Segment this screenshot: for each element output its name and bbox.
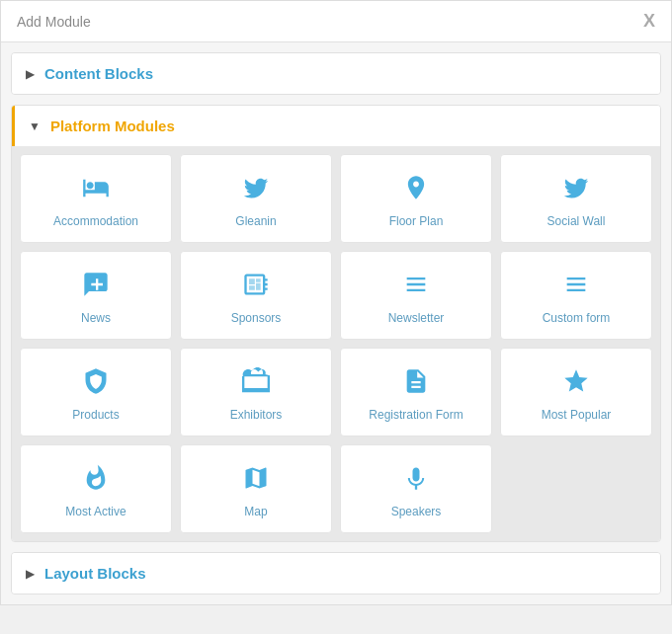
news-icon: [81, 271, 111, 303]
module-label-registration-form: Registration Form: [369, 408, 462, 422]
content-blocks-header[interactable]: ▶ Content Blocks: [12, 53, 660, 94]
exhibitors-icon: [241, 367, 271, 400]
module-label-custom-form: Custom form: [543, 311, 611, 325]
module-label-exhibitors: Exhibitors: [230, 408, 283, 422]
sponsors-icon: [241, 271, 271, 303]
newsletter-icon: [401, 271, 431, 303]
module-tile-registration-form[interactable]: Registration Form: [340, 348, 492, 436]
module-tile-gleanin[interactable]: Gleanin: [180, 154, 332, 243]
content-blocks-section: ▶ Content Blocks: [11, 52, 661, 95]
module-tile-speakers[interactable]: Speakers: [340, 444, 492, 533]
module-label-most-popular: Most Popular: [542, 408, 612, 422]
layout-blocks-arrow: ▶: [26, 567, 35, 581]
gleanin-icon: [241, 174, 271, 206]
module-label-map: Map: [244, 505, 267, 518]
platform-modules-section: ▼ Platform Modules AccommodationGleaninF…: [11, 105, 661, 542]
module-tile-floor-plan[interactable]: Floor Plan: [340, 154, 492, 243]
content-blocks-label: Content Blocks: [44, 65, 153, 82]
module-tile-exhibitors[interactable]: Exhibitors: [180, 348, 332, 436]
speakers-icon: [401, 464, 431, 497]
module-label-sponsors: Sponsors: [231, 311, 282, 325]
module-label-news: News: [81, 311, 111, 325]
module-label-speakers: Speakers: [391, 505, 442, 518]
module-label-newsletter: Newsletter: [388, 311, 445, 325]
floor-plan-icon: [401, 174, 431, 206]
module-tile-most-popular[interactable]: Most Popular: [500, 348, 652, 436]
module-label-floor-plan: Floor Plan: [389, 214, 444, 228]
custom-form-icon: [561, 271, 591, 303]
module-tile-map[interactable]: Map: [180, 444, 332, 533]
platform-modules-label: Platform Modules: [50, 118, 175, 134]
social-wall-icon: [561, 174, 591, 206]
most-popular-icon: [561, 367, 591, 400]
dialog-header: Add Module X: [1, 1, 671, 42]
most-active-icon: [81, 464, 111, 497]
module-tile-newsletter[interactable]: Newsletter: [340, 251, 492, 340]
module-tile-sponsors[interactable]: Sponsors: [180, 251, 332, 340]
layout-blocks-section: ▶ Layout Blocks: [11, 552, 661, 594]
registration-form-icon: [401, 367, 431, 400]
add-module-dialog: Add Module X ▶ Content Blocks ▼ Platform…: [0, 0, 672, 605]
module-label-most-active: Most Active: [65, 505, 126, 518]
content-blocks-arrow: ▶: [26, 67, 35, 81]
map-icon: [241, 464, 271, 497]
module-tile-news[interactable]: News: [20, 251, 172, 340]
platform-modules-arrow: ▼: [29, 119, 41, 133]
module-tile-accommodation[interactable]: Accommodation: [20, 154, 172, 243]
layout-blocks-label: Layout Blocks: [44, 565, 146, 582]
module-label-products: Products: [72, 408, 119, 422]
module-tile-most-active[interactable]: Most Active: [20, 444, 172, 533]
module-label-social-wall: Social Wall: [547, 214, 606, 228]
close-button[interactable]: X: [643, 11, 655, 32]
module-tile-custom-form[interactable]: Custom form: [500, 251, 652, 340]
module-tile-products[interactable]: Products: [20, 348, 172, 436]
layout-blocks-header[interactable]: ▶ Layout Blocks: [12, 553, 660, 594]
platform-modules-header[interactable]: ▼ Platform Modules: [12, 106, 660, 146]
dialog-title: Add Module: [17, 14, 91, 30]
accommodation-icon: [81, 174, 111, 206]
modules-grid: AccommodationGleaninFloor PlanSocial Wal…: [12, 146, 660, 541]
products-icon: [81, 367, 111, 400]
module-label-accommodation: Accommodation: [53, 214, 138, 228]
module-label-gleanin: Gleanin: [235, 214, 276, 228]
module-tile-social-wall[interactable]: Social Wall: [500, 154, 652, 243]
